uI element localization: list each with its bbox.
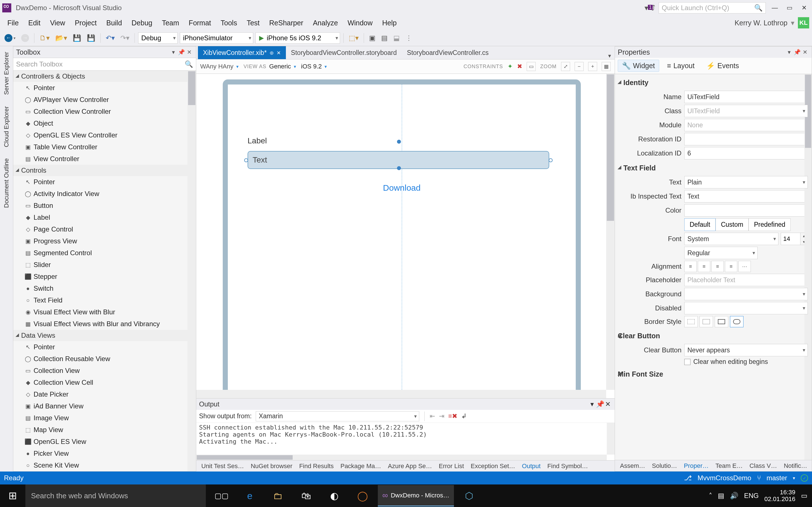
constraint-remove-icon[interactable]: ✖	[517, 63, 522, 70]
undo-button[interactable]: ↶▾	[104, 33, 116, 44]
design-surface[interactable]: Label Text Download	[196, 74, 615, 398]
prop-color-swatch[interactable]	[684, 204, 808, 217]
run-button[interactable]: ▶ iPhone 5s iOS 9.2	[255, 33, 340, 44]
output-hscrollbar[interactable]	[196, 455, 607, 460]
prop-background-dropdown[interactable]	[684, 288, 808, 300]
zoom-actual-button[interactable]: ▦	[602, 62, 611, 71]
user-avatar[interactable]: KL	[798, 17, 809, 29]
align-left-button[interactable]: ≡	[684, 261, 697, 272]
file-explorer-icon[interactable]: 🗀	[265, 485, 291, 506]
toolbox-item[interactable]: ⬚Map View	[13, 424, 196, 436]
tool-window-tab[interactable]: Team E…	[712, 461, 746, 471]
nav-back-button[interactable]: ←▾	[3, 33, 17, 44]
zoom-in-button[interactable]: +	[588, 62, 597, 71]
resize-handle-left[interactable]	[244, 158, 248, 162]
toolbox-item[interactable]: ●Switch	[13, 283, 196, 294]
notification-badge-icon[interactable]: ▾1	[645, 4, 648, 12]
prop-font-family-dropdown[interactable]: System	[684, 233, 778, 245]
toolbox-item[interactable]: ◉Visual Effect View with Blur	[13, 306, 196, 318]
output-wrap-icon[interactable]: ↲	[461, 412, 467, 420]
toolbox-item[interactable]: ▭Collection View	[13, 365, 196, 377]
start-button[interactable]: ⊞	[0, 490, 26, 502]
toolbar-overflow[interactable]: ⋮	[404, 33, 414, 44]
toolbox-item[interactable]: ▣Table View Controller	[13, 141, 196, 153]
toolbox-item[interactable]: ▭Button	[13, 200, 196, 212]
show-output-from-dropdown[interactable]: Xamarin	[256, 411, 419, 421]
properties-tab-events[interactable]: ⚡Events	[702, 60, 743, 71]
prop-class-dropdown[interactable]: UITextField	[684, 105, 808, 117]
tool-window-tab[interactable]: Exception Set…	[467, 461, 519, 471]
constraint-handle-bottom[interactable]	[397, 166, 401, 170]
toolbox-item[interactable]: ◯AVPlayer View Controller	[13, 94, 196, 106]
menu-analyze[interactable]: Analyze	[308, 17, 343, 29]
output-clear-icon[interactable]: ≡✖	[448, 412, 457, 420]
source-control-project[interactable]: MvvmCrossDemo	[698, 474, 751, 482]
border-none-button[interactable]	[684, 316, 698, 327]
view-as-dropdown[interactable]: Generic	[269, 63, 291, 70]
xamarin-icon[interactable]: ⬡	[456, 485, 482, 506]
output-indent-right-icon[interactable]: ⇥	[439, 412, 444, 420]
tool-window-tab[interactable]: Assem…	[617, 461, 649, 471]
toolbox-item[interactable]: ▣Progress View	[13, 235, 196, 247]
properties-scrollbar[interactable]	[804, 74, 812, 460]
menu-format[interactable]: Format	[184, 17, 215, 29]
toolbox-group[interactable]: Data Views	[13, 330, 196, 341]
tool-window-tab[interactable]: Solutio…	[649, 461, 680, 471]
toolbox-item[interactable]: ◇Date Picker	[13, 388, 196, 400]
align-natural-button[interactable]: ⋯	[739, 261, 751, 272]
side-tab-cloud-explorer[interactable]: Cloud Explorer	[3, 106, 10, 147]
misc-tool-1[interactable]: ⬚▾	[347, 33, 360, 44]
prop-module-input[interactable]: None	[684, 119, 808, 131]
toolbox-group[interactable]: Controllers & Objects	[13, 71, 196, 82]
tool-window-tab[interactable]: Notific…	[780, 461, 811, 471]
menu-edit[interactable]: Edit	[24, 17, 45, 29]
prop-clear-button-dropdown[interactable]: Never appears	[684, 344, 808, 356]
properties-tab-layout[interactable]: ≡Layout	[663, 60, 699, 71]
new-project-button[interactable]: 🗋▾	[38, 33, 51, 44]
color-default-button[interactable]: Default	[684, 218, 716, 231]
save-all-button[interactable]: 💾	[85, 33, 97, 44]
config-dropdown[interactable]: Debug	[138, 33, 177, 44]
border-rounded-button[interactable]	[730, 316, 744, 327]
tray-network-icon[interactable]: ▤	[718, 492, 724, 500]
size-class-selector[interactable]: WAny HAny	[200, 63, 234, 70]
toolbox-item[interactable]: ⬛Stepper	[13, 271, 196, 283]
document-tab[interactable]: StoryboardViewController.storyboard	[286, 46, 402, 59]
output-vscrollbar[interactable]	[607, 423, 615, 455]
toolbox-item[interactable]: ◇OpenGL ES View Controller	[13, 129, 196, 141]
menu-build[interactable]: Build	[102, 17, 126, 29]
vs-taskbar-button[interactable]: ∞ DwxDemo - Micros…	[378, 485, 454, 506]
prop-placeholder-input[interactable]: Placeholder Text	[684, 274, 808, 286]
textfield-section-header[interactable]: Text Field	[618, 161, 808, 174]
constraint-frame-button[interactable]: ▭	[527, 62, 536, 71]
toolbox-item[interactable]: ↖Pointer	[13, 176, 196, 188]
menu-view[interactable]: View	[45, 17, 70, 29]
toolbox-item[interactable]: ↖Pointer	[13, 82, 196, 94]
panel-close-icon[interactable]: ✕	[185, 49, 193, 55]
prop-font-size-spinner[interactable]: 14▲▼	[781, 233, 808, 245]
download-link-element[interactable]: Download	[228, 183, 576, 193]
align-justify-button[interactable]: ≡	[725, 261, 737, 272]
output-pin-icon[interactable]: 📌	[596, 400, 604, 408]
tool-window-tab[interactable]: Error List	[435, 461, 467, 471]
menu-window[interactable]: Window	[343, 17, 377, 29]
constraint-handle-top[interactable]	[397, 140, 401, 144]
doc-tabs-overflow-icon[interactable]: ▾	[605, 52, 615, 59]
tray-clock[interactable]: 16:39 02.01.2016	[764, 489, 795, 503]
toolbox-item[interactable]: ○Scene Kit View	[13, 459, 196, 471]
menu-file[interactable]: File	[3, 17, 23, 29]
toolbox-item[interactable]: ▣iAd Banner View	[13, 400, 196, 412]
tray-chevron-icon[interactable]: ˄	[709, 492, 712, 500]
panel-dropdown-icon[interactable]: ▾	[169, 49, 177, 55]
platform-dropdown[interactable]: iPhoneSimulator	[180, 33, 253, 44]
toolbox-item[interactable]: ◆Object	[13, 117, 196, 129]
tool-window-tab[interactable]: Class V…	[746, 461, 780, 471]
border-line-button[interactable]	[700, 316, 713, 327]
properties-pin-icon[interactable]: 📌	[793, 49, 801, 55]
color-predefined-button[interactable]: Predefined	[749, 218, 791, 231]
output-text[interactable]: SSH connection established with the Mac …	[196, 423, 615, 460]
open-button[interactable]: 📂▾	[54, 33, 69, 44]
toolbox-search-input[interactable]: Search Toolbox 🔍	[13, 58, 196, 71]
prop-inspected-input[interactable]: Text	[684, 190, 808, 203]
side-tab-server-explorer[interactable]: Server Explorer	[3, 52, 10, 95]
